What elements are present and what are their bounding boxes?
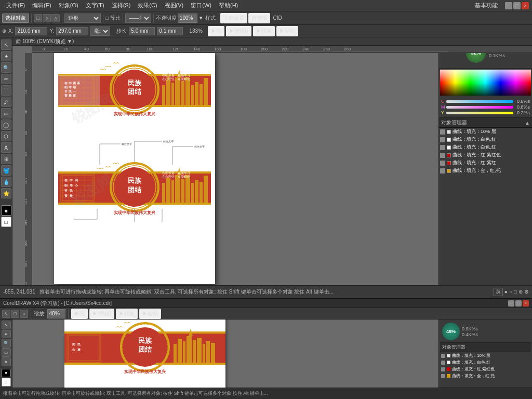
menu-view[interactable]: 视图(V) <box>162 1 187 10</box>
zoom-pct-label: 133% <box>189 28 203 34</box>
status-icon-5[interactable]: ⚙ <box>524 289 529 295</box>
menu-select[interactable]: 选择(S) <box>109 1 134 10</box>
menu-effects[interactable]: 效果(C) <box>135 1 160 10</box>
tool-bezier[interactable]: ⌒ <box>1 85 11 96</box>
toolbar-select-mode[interactable]: 矩形 <box>64 14 101 23</box>
svg-text:标注文字: 标注文字 <box>163 140 174 143</box>
obj-label-3: 曲线：填充：白色,红 <box>453 144 496 151</box>
sw-obj-1[interactable]: 曲线：填充：10% 黑 <box>440 352 531 359</box>
dim-micro-input[interactable] <box>157 27 183 35</box>
svg-text:160: 160 <box>25 240 28 246</box>
tool-fill[interactable]: 🪣 <box>1 165 11 176</box>
toolbar-select[interactable]: 选择对象 <box>2 14 29 23</box>
tb-ellipse-icon[interactable]: ○ <box>43 14 51 22</box>
sw-t2[interactable]: ✦ <box>2 330 11 339</box>
dim-y-input[interactable] <box>56 27 88 35</box>
sw-obj-2[interactable]: 曲线：填充：白色,红 <box>440 359 531 366</box>
m-slider[interactable] <box>446 106 513 109</box>
sw-zoom-input[interactable] <box>47 309 65 318</box>
obj-item-2[interactable]: 曲线：填充：白色,红 <box>439 136 532 143</box>
menu-window[interactable]: 窗口(W) <box>188 1 215 10</box>
sw-t5[interactable]: A <box>2 357 11 366</box>
tool-zoom[interactable]: 🔍 <box>1 62 11 73</box>
svg-text:20: 20 <box>25 89 28 94</box>
sw-max-btn[interactable]: □ <box>515 300 522 307</box>
dim-x-input[interactable] <box>15 27 47 35</box>
tool-polygon[interactable]: ⬡ <box>1 131 11 141</box>
sw-t-white[interactable]: □ <box>2 378 11 387</box>
sw-obj-4[interactable]: 曲线：填充：金，红,托 <box>440 373 531 379</box>
tool-text[interactable]: A <box>1 142 11 153</box>
paste-btn[interactable]: ▶粘贴 <box>276 26 298 36</box>
svg-rect-64 <box>171 83 174 105</box>
tool-ellipse[interactable]: ◯ <box>1 119 11 130</box>
tool-eyedrop[interactable]: 💧 <box>1 177 11 187</box>
sw-teal-indicator[interactable]: 48% <box>442 323 460 340</box>
tool-node[interactable]: ✦ <box>1 51 11 61</box>
sw-t-black[interactable]: ■ <box>2 369 11 378</box>
tool-white[interactable]: □ <box>1 217 11 227</box>
menu-object[interactable]: 对象(O) <box>56 1 82 10</box>
menu-text[interactable]: 文字(T) <box>83 1 108 10</box>
svg-rect-62 <box>162 85 165 105</box>
obj-item-3[interactable]: 曲线：填充：白色,红 <box>439 143 532 151</box>
tool-freehand[interactable]: ✏ <box>1 74 11 84</box>
mirror-btn[interactable]: ▶增镜() <box>226 26 251 36</box>
obj-item-4[interactable]: 曲线：填充：红,紫红色 <box>439 151 532 159</box>
sw-paste-btn[interactable]: ▶粘贴 <box>139 309 161 319</box>
obj-item-6[interactable]: 曲线：填充：金，红,托 <box>439 167 532 175</box>
prefs-btn[interactable]: 首选项 <box>248 13 270 23</box>
menu-help[interactable]: 帮助(H) <box>216 1 241 10</box>
sw-tool-1[interactable]: ↖ <box>2 310 10 318</box>
sw-zoom-btn[interactable]: ▶缩 <box>71 309 88 319</box>
status-hint: 推着单击可进行拖动或旋转: 再单击可旋转或倾斜; 双击工具, 可选择所有对象; … <box>39 288 489 296</box>
sw-obj-icon-4 <box>441 374 445 378</box>
obj-item-1[interactable]: 曲线：填充：10% 黑 <box>439 128 532 136</box>
svg-rect-63 <box>166 80 170 105</box>
doc-setup-btn[interactable]: 文档设置 <box>220 13 247 23</box>
sw-t1[interactable]: ↖ <box>2 321 11 329</box>
sw-obj-3[interactable]: 曲线：填充：红,紫红色 <box>440 366 531 373</box>
y-slider[interactable] <box>446 112 513 114</box>
opacity-input[interactable] <box>178 14 197 23</box>
transform-btn[interactable]: ▶转换 <box>253 26 275 36</box>
obj-item-5[interactable]: 曲线：填充：红,紫红 <box>439 159 532 167</box>
sw-transform-btn[interactable]: ▶转换 <box>116 309 138 319</box>
menu-file[interactable]: 文件(F) <box>3 1 28 10</box>
status-icon-2: ○ <box>509 289 512 295</box>
tb-shape-icon[interactable]: △ <box>51 14 60 22</box>
obj-icon-4 <box>440 153 445 158</box>
color-spectrum[interactable] <box>440 70 531 96</box>
svg-text:民族: 民族 <box>128 79 142 87</box>
toolbar-sep4 <box>123 14 123 23</box>
menu-edit[interactable]: 编辑(E) <box>29 1 55 10</box>
tool-interactive[interactable]: ⭐ <box>1 188 11 198</box>
sw-t3[interactable]: 🔍 <box>2 339 11 348</box>
sw-close-btn[interactable]: × <box>523 300 529 307</box>
lang-indicator[interactable]: 英 <box>494 288 503 296</box>
c-slider[interactable] <box>446 100 513 103</box>
tool-pointer[interactable]: ↖ <box>1 39 11 50</box>
sw-min-btn[interactable]: ─ <box>508 300 514 307</box>
zoom-btn[interactable]: ▶缩 <box>208 26 224 36</box>
sw-tool-3[interactable]: ○ <box>20 310 28 318</box>
sw-obj-title: 对象管理器 <box>442 344 466 350</box>
tool-table[interactable]: ⊞ <box>1 154 11 164</box>
obj-manager-expand[interactable]: ▲ <box>525 120 530 126</box>
dim-step-input[interactable] <box>129 27 155 35</box>
svg-text:120: 120 <box>172 47 180 51</box>
toolbar-dash-select[interactable]: ——基本 <box>125 14 151 23</box>
unit-select[interactable]: 毫米 <box>90 26 110 36</box>
svg-text:华: 华 <box>68 85 72 89</box>
svg-text:160: 160 <box>214 47 221 51</box>
sw-t4[interactable]: ▭ <box>2 348 11 357</box>
tool-rect[interactable]: ▭ <box>1 108 11 118</box>
tool-black[interactable]: ■ <box>1 205 11 216</box>
tb-rect-icon[interactable]: □ <box>34 14 42 22</box>
tool-artpen[interactable]: 🖊 <box>1 97 11 107</box>
maximize-btn[interactable]: □ <box>513 2 521 9</box>
minimize-btn[interactable]: ─ <box>505 2 512 9</box>
sw-mirror-btn[interactable]: ▶增镜() <box>89 309 115 319</box>
close-btn[interactable]: × <box>522 2 529 9</box>
sw-tool-2[interactable]: □ <box>11 310 19 318</box>
